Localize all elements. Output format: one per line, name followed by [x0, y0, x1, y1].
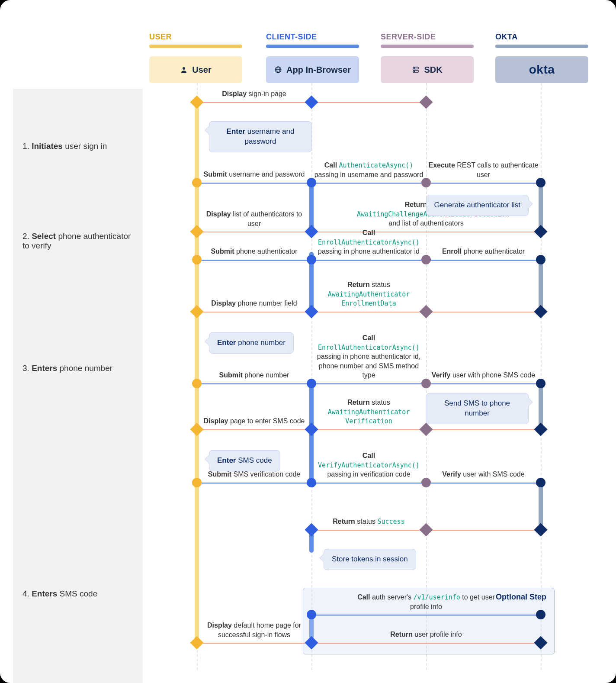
activation-client	[309, 182, 314, 232]
node-user	[192, 178, 202, 187]
svg-point-6	[414, 71, 415, 72]
node-okta	[536, 379, 545, 388]
sequence-diagram: USERUserCLIENT-SIDEApp In-BrowserSERVER-…	[0, 0, 616, 683]
optional-step-title: Optional Step	[496, 593, 546, 602]
message-label: Return status AwaitingAuthenticator Enro…	[314, 280, 424, 308]
step-4: 4. Enters SMS code	[13, 458, 143, 683]
lane-box-okta: okta	[495, 56, 588, 83]
lane-bar-user	[149, 45, 242, 48]
message-label: Return status AwaitingAuthenticator Veri…	[314, 398, 424, 426]
arrow	[197, 483, 541, 483]
node-okta	[536, 255, 545, 264]
node-okta	[534, 523, 547, 536]
message-label: Execute REST calls to authenticate user	[428, 161, 539, 179]
okta-logo: okta	[529, 63, 555, 77]
lane-bar-okta	[495, 45, 588, 48]
message-label: Call auth server's /v1/userinfo to get u…	[357, 593, 495, 611]
client-icon	[274, 66, 282, 74]
arrow	[311, 615, 541, 615]
lane-box-client: App In-Browser	[266, 56, 359, 83]
server-icon	[412, 66, 420, 74]
node-okta	[534, 225, 547, 238]
arrow	[197, 260, 541, 261]
message-label: Call EnrollAuthenticatorAsync() passing …	[314, 333, 424, 380]
node-server	[421, 478, 431, 487]
lane-box-server: SDK	[381, 56, 474, 83]
lifeline-client	[311, 83, 312, 670]
node-okta	[534, 422, 547, 436]
arrow	[197, 183, 541, 184]
node-server	[419, 95, 433, 109]
step-2: 2. Select phone authenticator to verify	[13, 203, 143, 278]
message-label: Display phone number field	[199, 299, 309, 308]
note-bubble: Enter SMS code	[209, 450, 280, 471]
lane-box-user: User	[149, 56, 242, 83]
node-user	[192, 379, 202, 388]
arrow	[197, 643, 541, 644]
message-label: Display sign-in page	[199, 89, 309, 99]
message-label: Call EnrollAuthenticatorAsync() passing …	[314, 228, 424, 256]
steps-sidebar: 1. Initiates user sign in2. Select phone…	[13, 89, 143, 683]
activation-okta	[539, 182, 543, 231]
message-label: Display list of authenticators to user	[199, 209, 309, 228]
lane-bar-server	[381, 45, 474, 48]
node-client	[307, 610, 316, 619]
node-user	[192, 478, 202, 487]
lane-label-client: CLIENT-SIDE	[266, 32, 317, 42]
lifeline-server	[426, 83, 427, 670]
message-label: Submit phone number	[199, 370, 309, 380]
arrow	[197, 429, 541, 430]
node-client	[307, 379, 316, 388]
message-label: Submit phone authenticator	[199, 247, 309, 256]
message-label: Verify user with SMS code	[428, 470, 539, 479]
node-server	[421, 379, 431, 388]
message-label: Verify user with phone SMS code	[428, 370, 539, 380]
lane-label-okta: OKTA	[495, 32, 518, 42]
node-client	[307, 255, 316, 264]
step-3: 3. Enters phone number	[13, 278, 143, 458]
node-user	[192, 255, 202, 264]
message-label: Submit username and password	[199, 170, 309, 179]
step-1: 1. Initiates user sign in	[13, 89, 143, 203]
node-okta	[536, 610, 545, 619]
lane-label-user: USER	[149, 32, 172, 42]
node-server	[421, 178, 431, 187]
activation-okta	[539, 259, 543, 311]
message-label: Return status Success	[314, 517, 424, 526]
node-okta	[536, 178, 545, 187]
message-label: Display page to enter SMS code	[199, 416, 309, 426]
message-label: Call VerifyAuthenticatorAsync() passing …	[314, 451, 424, 479]
note-bubble: Generate authenticator list	[426, 195, 529, 216]
message-label: Call AuthenticateAsync() passing in user…	[314, 161, 424, 179]
svg-point-0	[183, 67, 185, 70]
lane-box-label: App In-Browser	[286, 65, 351, 75]
lane-label-server: SERVER-SIDE	[381, 32, 436, 42]
note-bubble: Send SMS to phone number	[426, 393, 529, 424]
node-okta	[536, 478, 545, 487]
note-bubble: Store tokens in session	[324, 549, 416, 570]
arrow	[197, 312, 541, 313]
node-client	[307, 178, 316, 187]
lane-box-label: User	[192, 65, 211, 75]
message-label: Display default home page for successful…	[199, 621, 309, 639]
node-okta	[534, 305, 547, 318]
svg-point-5	[414, 68, 415, 69]
lane-box-label: SDK	[424, 65, 442, 75]
arrow	[197, 383, 541, 384]
activation-okta	[539, 383, 543, 428]
user-icon	[180, 66, 188, 74]
note-bubble: Enter phone number	[209, 332, 294, 354]
note-bubble: Enter username and password	[209, 121, 312, 152]
message-label: Return user profile info	[357, 630, 495, 639]
message-label: Enroll phone authenticator	[428, 247, 539, 256]
activation-okta	[539, 482, 543, 529]
lane-bar-client	[266, 45, 359, 48]
node-server	[421, 255, 431, 264]
node-client	[307, 478, 316, 487]
lifeline-okta	[541, 83, 542, 670]
